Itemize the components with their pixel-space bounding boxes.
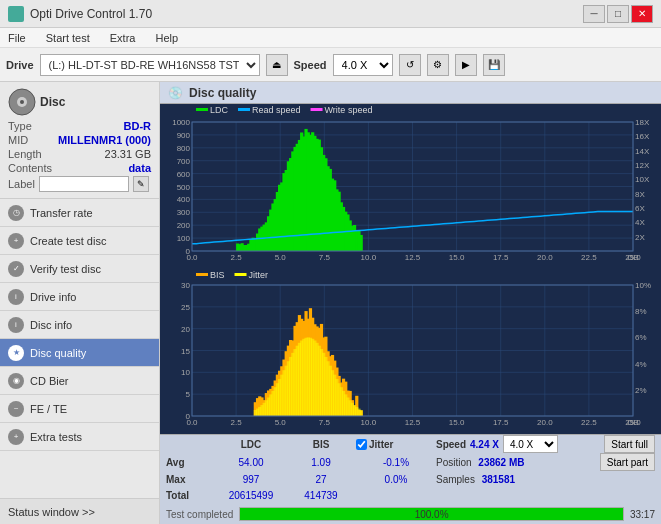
sidebar-item-fe-te[interactable]: ~ FE / TE bbox=[0, 395, 159, 423]
position-label: Position bbox=[436, 457, 472, 468]
stats-header-row: LDC BIS Jitter Speed 4.24 X 4.0 X St bbox=[160, 435, 661, 453]
progress-row: Test completed 100.0% 33:17 bbox=[160, 504, 661, 524]
jitter-check-wrapper: Jitter bbox=[356, 439, 436, 450]
bis-jitter-chart bbox=[160, 269, 661, 434]
jitter-label: Jitter bbox=[369, 439, 393, 450]
transfer-rate-icon: ◷ bbox=[8, 205, 24, 221]
sidebar-item-create-test-disc[interactable]: + Create test disc bbox=[0, 227, 159, 255]
status-window-label: Status window >> bbox=[8, 506, 95, 518]
drive-label: Drive bbox=[6, 59, 34, 71]
elapsed-time: 33:17 bbox=[630, 509, 655, 520]
avg-row: Avg 54.00 1.09 -0.1% Position 23862 MB S… bbox=[160, 453, 661, 471]
verify-test-disc-icon: ✓ bbox=[8, 261, 24, 277]
drive-info-icon: i bbox=[8, 289, 24, 305]
disc-label-button[interactable]: ✎ bbox=[133, 176, 149, 192]
disc-info-icon: i bbox=[8, 317, 24, 333]
sidebar-item-cd-bier[interactable]: ◉ CD Bier bbox=[0, 367, 159, 395]
ldc-col-header: LDC bbox=[216, 439, 286, 450]
disc-icon bbox=[8, 88, 36, 116]
refresh-button[interactable]: ↺ bbox=[399, 54, 421, 76]
avg-bis: 1.09 bbox=[286, 457, 356, 468]
chart1-wrapper bbox=[160, 104, 661, 269]
menu-file[interactable]: File bbox=[4, 30, 30, 46]
disc-title: Disc bbox=[40, 95, 65, 109]
speed-select2[interactable]: 4.0 X bbox=[503, 435, 558, 453]
progress-text: 100.0% bbox=[240, 508, 623, 521]
save-button[interactable]: 💾 bbox=[483, 54, 505, 76]
disc-label-label: Label bbox=[8, 178, 35, 190]
app-title: Opti Drive Control 1.70 bbox=[30, 7, 152, 21]
ldc-chart bbox=[160, 104, 661, 269]
sidebar-item-drive-info[interactable]: i Drive info bbox=[0, 283, 159, 311]
samples-label: Samples bbox=[436, 474, 475, 485]
position-info: Position 23862 MB bbox=[436, 457, 596, 468]
eject-button[interactable]: ⏏ bbox=[266, 54, 288, 76]
drive-select[interactable]: (L:) HL-DT-ST BD-RE WH16NS58 TST4 bbox=[40, 54, 260, 76]
position-value: 23862 MB bbox=[478, 457, 524, 468]
sidebar: Disc Type BD-R MID MILLENMR1 (000) Lengt… bbox=[0, 82, 160, 524]
menu-start-test[interactable]: Start test bbox=[42, 30, 94, 46]
sidebar-menu: ◷ Transfer rate + Create test disc ✓ Ver… bbox=[0, 199, 159, 498]
main-layout: Disc Type BD-R MID MILLENMR1 (000) Lengt… bbox=[0, 82, 661, 524]
sidebar-item-verify-test-disc[interactable]: ✓ Verify test disc bbox=[0, 255, 159, 283]
status-text: Test completed bbox=[166, 509, 233, 520]
speed-info-value: 4.24 X bbox=[470, 439, 499, 450]
speed-select[interactable]: 4.0 X bbox=[333, 54, 393, 76]
sidebar-item-verify-label: Verify test disc bbox=[30, 263, 101, 275]
type-label: Type bbox=[8, 120, 32, 132]
sidebar-item-transfer-rate[interactable]: ◷ Transfer rate bbox=[0, 199, 159, 227]
menu-help[interactable]: Help bbox=[151, 30, 182, 46]
maximize-button[interactable]: □ bbox=[607, 5, 629, 23]
total-label: Total bbox=[166, 490, 216, 501]
disc-quality-title: Disc quality bbox=[189, 86, 256, 100]
samples-value: 381581 bbox=[482, 474, 515, 485]
max-jitter: 0.0% bbox=[356, 474, 436, 485]
charts-area bbox=[160, 104, 661, 434]
samples-info: Samples 381581 bbox=[436, 474, 655, 485]
sidebar-item-disc-quality-label: Disc quality bbox=[30, 347, 86, 359]
start-full-button[interactable]: Start full bbox=[604, 435, 655, 453]
jitter-checkbox[interactable] bbox=[356, 439, 367, 450]
create-test-disc-icon: + bbox=[8, 233, 24, 249]
svg-point-2 bbox=[20, 100, 24, 104]
status-window-button[interactable]: Status window >> bbox=[0, 498, 159, 524]
stats-bar: LDC BIS Jitter Speed 4.24 X 4.0 X St bbox=[160, 434, 661, 524]
fe-te-icon: ~ bbox=[8, 401, 24, 417]
max-bis: 27 bbox=[286, 474, 356, 485]
avg-jitter: -0.1% bbox=[356, 457, 436, 468]
app-icon bbox=[8, 6, 24, 22]
total-ldc: 20615499 bbox=[216, 490, 286, 501]
bis-col-header: BIS bbox=[286, 439, 356, 450]
disc-quality-header: 💿 Disc quality bbox=[160, 82, 661, 104]
sidebar-item-disc-info-label: Disc info bbox=[30, 319, 72, 331]
disc-quality-icon-header: 💿 bbox=[168, 86, 183, 100]
speed-info-label: Speed bbox=[436, 439, 466, 450]
sidebar-item-disc-quality[interactable]: ★ Disc quality bbox=[0, 339, 159, 367]
avg-ldc: 54.00 bbox=[216, 457, 286, 468]
chart2-wrapper bbox=[160, 269, 661, 434]
cd-bier-icon: ◉ bbox=[8, 373, 24, 389]
sidebar-item-extra-tests[interactable]: + Extra tests bbox=[0, 423, 159, 451]
sidebar-item-cd-bier-label: CD Bier bbox=[30, 375, 69, 387]
max-ldc: 997 bbox=[216, 474, 286, 485]
main-content: 💿 Disc quality LDC BIS Jitter bbox=[160, 82, 661, 524]
sidebar-item-create-label: Create test disc bbox=[30, 235, 106, 247]
mid-label: MID bbox=[8, 134, 28, 146]
start-part-button[interactable]: Start part bbox=[600, 453, 655, 471]
disc-panel: Disc Type BD-R MID MILLENMR1 (000) Lengt… bbox=[0, 82, 159, 199]
close-button[interactable]: ✕ bbox=[631, 5, 653, 23]
menu-extra[interactable]: Extra bbox=[106, 30, 140, 46]
mid-value: MILLENMR1 (000) bbox=[58, 134, 151, 146]
contents-label: Contents bbox=[8, 162, 52, 174]
sidebar-item-transfer-rate-label: Transfer rate bbox=[30, 207, 93, 219]
config-button[interactable]: ⚙ bbox=[427, 54, 449, 76]
test-button[interactable]: ▶ bbox=[455, 54, 477, 76]
minimize-button[interactable]: ─ bbox=[583, 5, 605, 23]
sidebar-item-extra-tests-label: Extra tests bbox=[30, 431, 82, 443]
speed-info-header: Speed 4.24 X 4.0 X bbox=[436, 435, 600, 453]
total-row: Total 20615499 414739 bbox=[160, 488, 661, 504]
avg-label: Avg bbox=[166, 457, 216, 468]
disc-label-input[interactable] bbox=[39, 176, 129, 192]
disc-quality-icon: ★ bbox=[8, 345, 24, 361]
sidebar-item-disc-info[interactable]: i Disc info bbox=[0, 311, 159, 339]
